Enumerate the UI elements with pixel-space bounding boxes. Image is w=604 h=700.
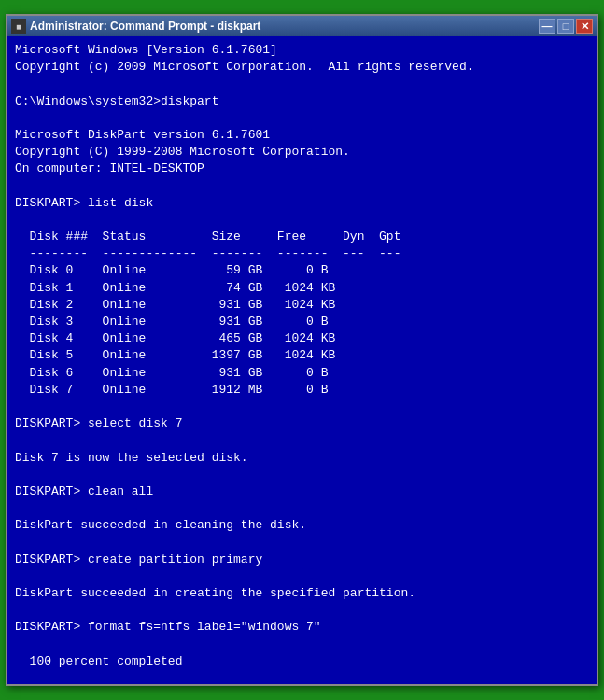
maximize-button[interactable]: □ — [557, 19, 574, 34]
close-button[interactable]: ✕ — [576, 19, 593, 34]
minimize-button[interactable]: — — [539, 19, 555, 34]
title-bar: ■ Administrator: Command Prompt - diskpa… — [7, 16, 597, 36]
command-prompt-window: ■ Administrator: Command Prompt - diskpa… — [6, 14, 598, 686]
window-controls: — □ ✕ — [539, 19, 593, 34]
window-icon: ■ — [11, 19, 26, 34]
console-text-content: Microsoft Windows [Version 6.1.7601] Cop… — [15, 42, 589, 684]
title-bar-left: ■ Administrator: Command Prompt - diskpa… — [11, 19, 260, 34]
window-title: Administrator: Command Prompt - diskpart — [30, 20, 260, 33]
console-output[interactable]: Microsoft Windows [Version 6.1.7601] Cop… — [7, 36, 597, 684]
